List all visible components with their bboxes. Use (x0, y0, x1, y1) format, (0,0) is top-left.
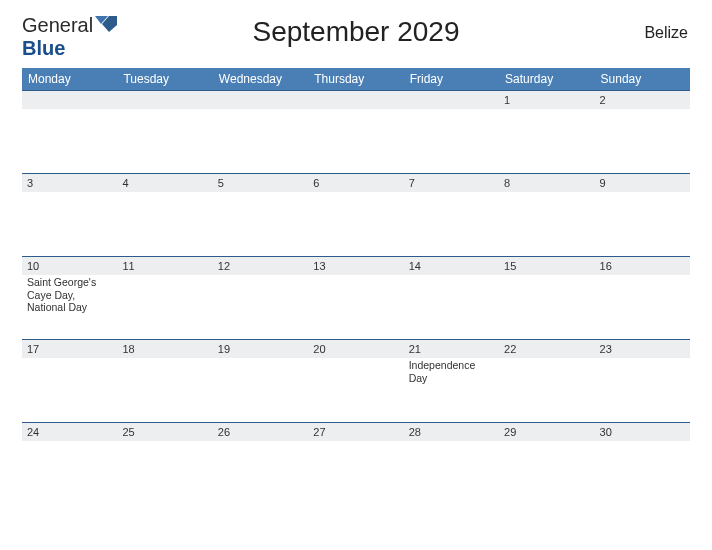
weekday-header: Sunday (595, 68, 690, 90)
day-number: 29 (499, 423, 594, 441)
day-number: 4 (117, 174, 212, 192)
daynum-row: 10 11 12 13 14 15 16 (22, 257, 690, 275)
event-row (22, 109, 690, 173)
weekday-header: Monday (22, 68, 117, 90)
day-event (404, 192, 499, 256)
day-number: 26 (213, 423, 308, 441)
day-number: 12 (213, 257, 308, 275)
day-event (213, 192, 308, 256)
day-event (308, 441, 403, 505)
country-label: Belize (644, 24, 688, 42)
event-row: Saint George's Caye Day, National Day (22, 275, 690, 339)
day-event (308, 109, 403, 173)
day-event (308, 275, 403, 339)
day-number: 15 (499, 257, 594, 275)
day-number: 30 (595, 423, 690, 441)
weekday-header-row: Monday Tuesday Wednesday Thursday Friday… (22, 68, 690, 90)
day-number: 17 (22, 340, 117, 358)
day-event (22, 358, 117, 422)
day-number: 7 (404, 174, 499, 192)
day-event (595, 192, 690, 256)
week-row: 17 18 19 20 21 22 23 Independence Day (22, 339, 690, 422)
day-event (499, 441, 594, 505)
day-event: Saint George's Caye Day, National Day (22, 275, 117, 339)
day-event (595, 441, 690, 505)
header: GeneralBlue September 2029 Belize (22, 14, 690, 62)
day-event (499, 358, 594, 422)
day-number: 9 (595, 174, 690, 192)
week-row: 3 4 5 6 7 8 9 (22, 173, 690, 256)
weekday-header: Saturday (499, 68, 594, 90)
weekday-header: Wednesday (213, 68, 308, 90)
day-number: 22 (499, 340, 594, 358)
event-row (22, 441, 690, 505)
day-number: 11 (117, 257, 212, 275)
day-number (117, 91, 212, 109)
event-row (22, 192, 690, 256)
day-number: 27 (308, 423, 403, 441)
day-number: 19 (213, 340, 308, 358)
day-number (22, 91, 117, 109)
day-event (117, 109, 212, 173)
day-event (213, 441, 308, 505)
day-number: 6 (308, 174, 403, 192)
day-event (117, 358, 212, 422)
daynum-row: 17 18 19 20 21 22 23 (22, 340, 690, 358)
day-number (308, 91, 403, 109)
day-number: 13 (308, 257, 403, 275)
daynum-row: 1 2 (22, 91, 690, 109)
day-event (499, 275, 594, 339)
weekday-header: Thursday (308, 68, 403, 90)
weekday-header: Friday (404, 68, 499, 90)
calendar-page: GeneralBlue September 2029 Belize Monday… (0, 0, 712, 505)
week-row: 24 25 26 27 28 29 30 (22, 422, 690, 505)
day-event (213, 275, 308, 339)
day-event (22, 109, 117, 173)
day-number: 20 (308, 340, 403, 358)
day-event (117, 441, 212, 505)
weekday-header: Tuesday (117, 68, 212, 90)
day-event (117, 192, 212, 256)
day-number: 5 (213, 174, 308, 192)
week-row: 10 11 12 13 14 15 16 Saint George's Caye… (22, 256, 690, 339)
day-number: 14 (404, 257, 499, 275)
day-number: 23 (595, 340, 690, 358)
day-event (595, 358, 690, 422)
day-number (213, 91, 308, 109)
day-number (404, 91, 499, 109)
day-number: 16 (595, 257, 690, 275)
day-number: 21 (404, 340, 499, 358)
day-number: 18 (117, 340, 212, 358)
day-number: 2 (595, 91, 690, 109)
day-number: 1 (499, 91, 594, 109)
day-event (404, 441, 499, 505)
daynum-row: 24 25 26 27 28 29 30 (22, 423, 690, 441)
day-event (404, 109, 499, 173)
day-event (499, 109, 594, 173)
day-event (404, 275, 499, 339)
calendar-title: September 2029 (22, 16, 690, 48)
day-event (308, 192, 403, 256)
day-number: 28 (404, 423, 499, 441)
day-number: 24 (22, 423, 117, 441)
day-event (499, 192, 594, 256)
day-number: 25 (117, 423, 212, 441)
day-number: 10 (22, 257, 117, 275)
day-event (308, 358, 403, 422)
calendar-grid: Monday Tuesday Wednesday Thursday Friday… (22, 68, 690, 505)
day-event (22, 441, 117, 505)
day-event (22, 192, 117, 256)
day-number: 8 (499, 174, 594, 192)
day-number: 3 (22, 174, 117, 192)
day-event (213, 109, 308, 173)
day-event (117, 275, 212, 339)
day-event (595, 275, 690, 339)
day-event: Independence Day (404, 358, 499, 422)
day-event (595, 109, 690, 173)
daynum-row: 3 4 5 6 7 8 9 (22, 174, 690, 192)
week-row: 1 2 (22, 90, 690, 173)
day-event (213, 358, 308, 422)
event-row: Independence Day (22, 358, 690, 422)
